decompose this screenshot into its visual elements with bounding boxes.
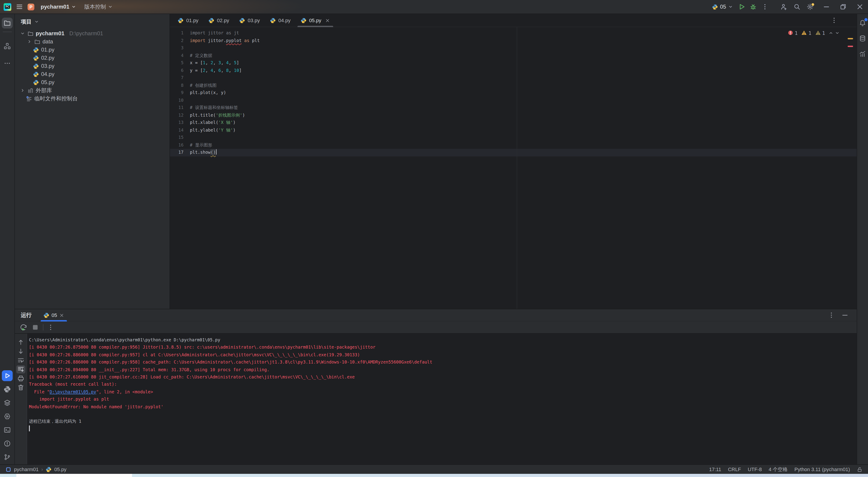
breadcrumb[interactable]: pycharm01 › 05.py xyxy=(5,466,66,472)
console-text: [i 0430 00:27:26.894000 80 __init__.py:2… xyxy=(29,367,270,372)
inspections-widget[interactable]: 1 1 1 xyxy=(787,30,839,36)
tree-item-临时文件和控制台[interactable]: 临时文件和控制台 xyxy=(15,94,169,102)
previous-problem-icon[interactable] xyxy=(829,31,833,35)
debug-button[interactable] xyxy=(749,3,757,10)
run-tab[interactable]: 05 xyxy=(41,309,67,321)
stop-button[interactable] xyxy=(31,323,39,331)
tree-item-05.py[interactable]: 05.py xyxy=(15,78,169,86)
database-tool-button[interactable] xyxy=(857,33,868,44)
code-line-17[interactable]: 17plt.show() xyxy=(170,149,857,156)
chevron-down-icon[interactable] xyxy=(20,31,25,36)
soft-wrap-button[interactable] xyxy=(16,356,25,364)
code-line-9[interactable]: 9plt.plot(x, y) xyxy=(170,89,857,96)
main-menu-icon[interactable] xyxy=(16,3,23,10)
run-console-output[interactable]: C:\Users\Administrator\.conda\envs\pycha… xyxy=(27,334,857,464)
scroll-to-end-button[interactable] xyxy=(16,365,25,374)
project-selector[interactable]: pycharm01 xyxy=(39,2,78,11)
console-text: [i 0430 00:27:26.886000 80 compiler.py:9… xyxy=(29,352,360,357)
stacktrace-file-link[interactable]: D:\pycharm01\05.py xyxy=(50,389,96,394)
console-line: File "D:\pycharm01\05.py", line 2, in <m… xyxy=(29,388,857,396)
window-restore-button[interactable] xyxy=(839,3,847,10)
editor-tab-03.py[interactable]: 03.py xyxy=(234,14,265,27)
console-line: ModuleNotFoundError: No module named 'ji… xyxy=(29,403,857,411)
tree-item-01.py[interactable]: 01.py xyxy=(15,46,169,54)
code-line-1[interactable]: 1import jittor as jt xyxy=(170,29,857,37)
window-close-button[interactable] xyxy=(856,3,864,10)
code-editor[interactable]: 1import jittor as jt2import jittor.pyplo… xyxy=(170,27,857,309)
status-widget[interactable]: Python 3.11 (pycharm01) xyxy=(795,467,850,472)
tree-item-03.py[interactable]: 03.py xyxy=(15,62,169,70)
chevron-down-icon xyxy=(108,4,113,9)
editor-tab-04.py[interactable]: 04.py xyxy=(265,14,296,27)
notifications-button[interactable] xyxy=(857,18,868,28)
tree-item-data[interactable]: data xyxy=(15,37,169,46)
code-line-3[interactable]: 3 xyxy=(170,44,857,52)
plots-tool-button[interactable] xyxy=(857,49,868,59)
python-icon xyxy=(43,312,49,318)
services-button[interactable] xyxy=(2,411,13,422)
status-widget[interactable]: 4 个空格 xyxy=(769,466,787,473)
code-line-2[interactable]: 2import jittor.pyplot as plt xyxy=(170,37,857,44)
settings-gear-icon[interactable] xyxy=(807,3,814,10)
close-tab-icon[interactable] xyxy=(325,18,330,23)
run-tool-button[interactable] xyxy=(2,370,13,381)
code-line-5[interactable]: 5x = [1, 2, 3, 4, 5] xyxy=(170,59,857,67)
down-stacktrace-button[interactable] xyxy=(16,347,25,355)
editor-tab-02.py[interactable]: 02.py xyxy=(204,14,234,27)
code-line-10[interactable]: 10 xyxy=(170,96,857,104)
hide-tool-window-icon[interactable] xyxy=(841,311,848,319)
line-number: 16 xyxy=(170,141,190,149)
up-stacktrace-button[interactable] xyxy=(16,338,25,346)
scrollbar-error-mark[interactable] xyxy=(848,46,853,47)
code-line-15[interactable]: 15 xyxy=(170,134,857,141)
code-line-6[interactable]: 6y = [2, 4, 6, 8, 10] xyxy=(170,67,857,74)
python-console-button[interactable] xyxy=(2,384,13,395)
tab-options-icon[interactable] xyxy=(831,17,838,24)
code-line-7[interactable]: 7 xyxy=(170,74,857,82)
chevron-right-icon[interactable] xyxy=(20,88,25,93)
rerun-button[interactable] xyxy=(20,323,28,331)
window-minimize-button[interactable] xyxy=(823,3,830,10)
chevron-right-icon[interactable] xyxy=(26,39,32,44)
clear-console-button[interactable] xyxy=(16,383,25,392)
print-button[interactable] xyxy=(16,375,25,383)
editor-tab-05.py[interactable]: 05.py xyxy=(296,14,335,27)
code-with-me-icon[interactable] xyxy=(780,3,787,10)
run-button[interactable] xyxy=(738,3,745,10)
code-line-12[interactable]: 12plt.title('折线图示例') xyxy=(170,112,857,119)
status-widget[interactable]: UTF-8 xyxy=(748,467,762,472)
status-widget[interactable]: CRLF xyxy=(728,467,741,472)
code-line-4[interactable]: 4# 定义数据 xyxy=(170,52,857,59)
run-config-selector[interactable]: 05 xyxy=(712,4,733,10)
scrollbar-warning-mark[interactable] xyxy=(848,38,853,39)
more-tool-windows-button[interactable] xyxy=(2,58,13,69)
next-problem-icon[interactable] xyxy=(835,31,839,35)
code-line-14[interactable]: 14plt.ylabel('Y 轴') xyxy=(170,126,857,134)
tree-item-pycharm01[interactable]: pycharm01D:\pycharm01 xyxy=(15,29,169,37)
tree-item-02.py[interactable]: 02.py xyxy=(15,54,169,62)
code-line-11[interactable]: 11# 设置标题和坐标轴标签 xyxy=(170,104,857,112)
console-more-icon[interactable] xyxy=(47,324,54,331)
tree-item-外部库[interactable]: 外部库 xyxy=(15,86,169,94)
editor-tab-01.py[interactable]: 01.py xyxy=(173,14,204,27)
search-everywhere-icon[interactable] xyxy=(794,3,801,10)
console-text: [i 0430 00:27:27.616000 80 jit_compiler.… xyxy=(29,375,355,379)
run-options-icon[interactable] xyxy=(828,311,835,319)
version-control-button[interactable] xyxy=(2,452,13,463)
problems-button[interactable] xyxy=(2,438,13,449)
code-line-8[interactable]: 8# 创建折线图 xyxy=(170,82,857,89)
vcs-widget[interactable]: 版本控制 xyxy=(83,2,115,12)
lock-open-icon[interactable] xyxy=(857,466,863,472)
status-widget[interactable]: 17:11 xyxy=(709,467,721,472)
tree-item-04.py[interactable]: 04.py xyxy=(15,70,169,78)
more-actions-icon[interactable] xyxy=(761,3,769,10)
code-line-13[interactable]: 13plt.xlabel('X 轴') xyxy=(170,119,857,126)
close-tab-icon[interactable] xyxy=(59,312,64,318)
project-panel-header[interactable]: 项目 xyxy=(15,14,169,29)
tab-label: 02.py xyxy=(217,18,229,23)
project-tool-button[interactable] xyxy=(2,18,13,28)
terminal-button[interactable] xyxy=(2,424,13,436)
python-packages-button[interactable] xyxy=(2,397,13,408)
code-line-16[interactable]: 16# 显示图形 xyxy=(170,141,857,149)
structure-tool-button[interactable] xyxy=(2,41,13,52)
